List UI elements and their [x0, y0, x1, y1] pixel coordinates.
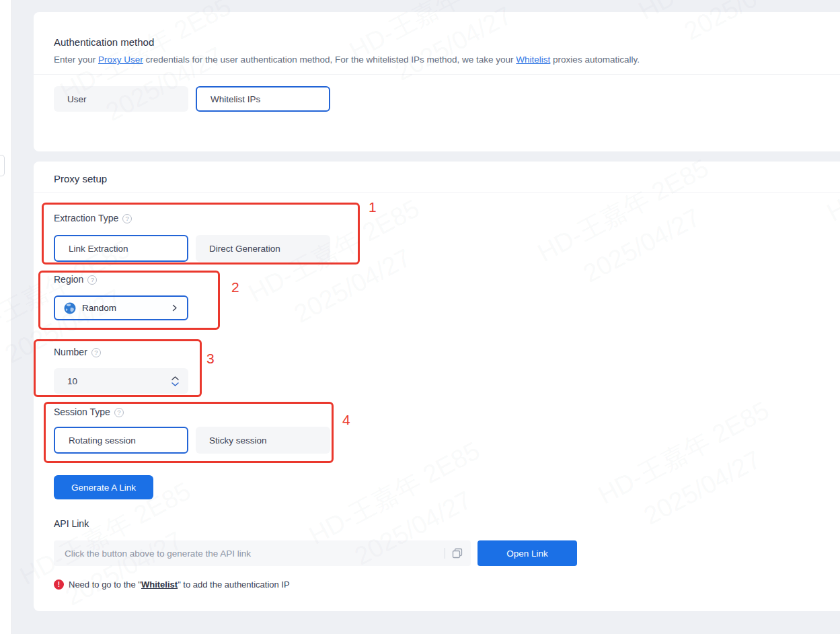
warning-message: ! Need to go to the "Whitelist" to add t…: [54, 579, 290, 590]
divider: [34, 192, 840, 192]
help-icon[interactable]: ?: [91, 348, 101, 357]
api-link-input-wrapper: [54, 540, 471, 566]
api-link-row: Open Link: [54, 540, 577, 566]
help-icon[interactable]: ?: [114, 408, 124, 417]
left-edge-strip: [0, 0, 12, 634]
session-type-label: Session Type ?: [54, 407, 124, 417]
chevron-right-icon: [171, 304, 178, 312]
tab-user[interactable]: User: [54, 86, 188, 112]
region-select[interactable]: Random: [54, 295, 188, 320]
option-direct-generation[interactable]: Direct Generation: [196, 235, 330, 262]
number-input[interactable]: [54, 376, 171, 386]
authentication-method-title: Authentication method: [54, 36, 154, 48]
extraction-type-label: Extraction Type ?: [54, 213, 132, 223]
number-label: Number ?: [54, 347, 101, 357]
exclamation-icon: !: [54, 579, 64, 590]
region-value: Random: [82, 303, 165, 313]
session-type-options: Rotating session Sticky session: [54, 427, 330, 454]
warning-text-part: " to add the authentication IP: [178, 579, 290, 590]
option-sticky-session[interactable]: Sticky session: [196, 427, 330, 454]
warning-text-part: Need to go to the ": [69, 579, 141, 590]
description-text: proxies automatically.: [550, 55, 640, 65]
field-label-text: Region: [54, 274, 83, 285]
api-link-input[interactable]: [54, 549, 445, 559]
help-icon[interactable]: ?: [122, 214, 132, 223]
region-label: Region ?: [54, 274, 97, 285]
panel-collapse-handle[interactable]: [0, 155, 5, 176]
authentication-method-description: Enter your Proxy User credentials for th…: [54, 55, 640, 65]
option-rotating-session[interactable]: Rotating session: [54, 427, 188, 454]
whitelist-link[interactable]: Whitelist: [516, 55, 550, 65]
auth-method-tabs: User Whitelist IPs: [54, 86, 330, 112]
description-text: Enter your: [54, 55, 98, 65]
generate-link-button[interactable]: Generate A Link: [54, 475, 153, 499]
help-icon[interactable]: ?: [87, 275, 97, 285]
tab-whitelist-ips[interactable]: Whitelist IPs: [196, 86, 330, 112]
divider: [445, 548, 445, 559]
globe-icon: [64, 302, 76, 314]
open-link-button[interactable]: Open Link: [478, 540, 577, 566]
field-label-text: Number: [54, 347, 87, 357]
field-label-text: Session Type: [54, 407, 110, 417]
whitelist-warning-link[interactable]: Whitelist: [141, 579, 178, 590]
proxy-setup-title: Proxy setup: [54, 173, 107, 184]
number-input-wrapper: [54, 368, 188, 394]
proxy-setup-page: Authentication method Enter your Proxy U…: [0, 0, 840, 634]
description-text: credentials for the user authentication …: [143, 55, 517, 65]
authentication-method-card: Authentication method Enter your Proxy U…: [34, 12, 840, 151]
option-link-extraction[interactable]: Link Extraction: [54, 235, 188, 262]
number-stepper: [171, 376, 179, 386]
extraction-type-options: Link Extraction Direct Generation: [54, 235, 330, 262]
proxy-user-link[interactable]: Proxy User: [98, 55, 143, 65]
stepper-down-icon[interactable]: [171, 382, 179, 386]
field-label-text: Extraction Type: [54, 213, 118, 223]
divider: [34, 74, 840, 75]
copy-icon[interactable]: [452, 548, 463, 559]
proxy-setup-card: Proxy setup Extraction Type ? Link Extra…: [34, 162, 840, 611]
warning-text: Need to go to the "Whitelist" to add the…: [69, 579, 290, 590]
stepper-up-icon[interactable]: [171, 376, 179, 380]
api-link-label: API Link: [54, 518, 89, 529]
